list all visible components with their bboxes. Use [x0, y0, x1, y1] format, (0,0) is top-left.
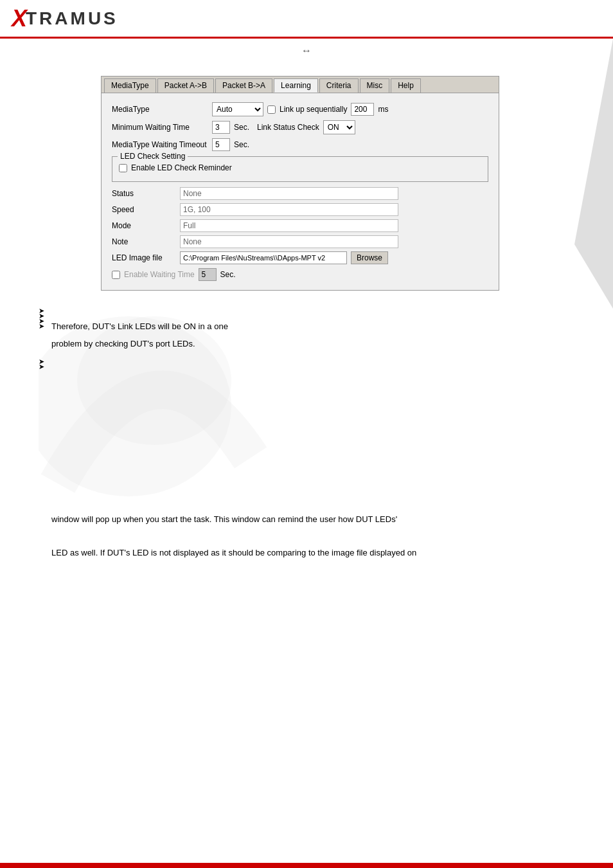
- mediatype-label: MediaType: [112, 105, 208, 114]
- tab-mediatype[interactable]: MediaType: [104, 78, 156, 93]
- window-popup-text: window will pop up when you start the ta…: [39, 509, 562, 530]
- tab-packet-ba[interactable]: Packet B->A: [215, 78, 272, 93]
- watermark-area: Therefore, DUT's Link LEDs will be ON in…: [39, 303, 562, 509]
- led-image-input[interactable]: [180, 251, 347, 264]
- note-label: Note: [112, 237, 176, 246]
- enable-led-checkbox[interactable]: [119, 164, 127, 172]
- tab-learning[interactable]: Learning: [274, 78, 318, 93]
- enable-waiting-unit: Sec.: [220, 270, 236, 279]
- min-wait-label: Minimum Waiting Time: [112, 123, 208, 132]
- bullet-item-2: [39, 309, 562, 314]
- bullet-list-2: [39, 354, 562, 365]
- bullet-item-6: [39, 359, 562, 365]
- bullet-item-4: Therefore, DUT's Link LEDs will be ON in…: [39, 319, 562, 334]
- bullet-item-3: [39, 314, 562, 319]
- logo-tramus: TRAMUS: [26, 8, 118, 29]
- dialog-body: MediaType Auto Link up sequentially ms M…: [102, 93, 499, 290]
- led-group-title: LED Check Setting: [118, 152, 188, 161]
- link-up-ms-unit: ms: [378, 105, 388, 114]
- enable-waiting-checkbox[interactable]: [112, 271, 120, 279]
- min-wait-unit: Sec.: [234, 123, 249, 132]
- tab-packet-ab[interactable]: Packet A->B: [157, 78, 214, 93]
- speed-value: 1G, 100: [180, 203, 398, 216]
- tab-criteria[interactable]: Criteria: [319, 78, 359, 93]
- bottom-bar: [0, 863, 613, 868]
- enable-led-row: Enable LED Check Reminder: [119, 163, 481, 172]
- header: X TRAMUS: [0, 0, 613, 39]
- mediatype-timeout-label: MediaType Waiting Timeout: [112, 140, 208, 149]
- tab-help[interactable]: Help: [391, 78, 421, 93]
- bullet-list: Therefore, DUT's Link LEDs will be ON in…: [39, 303, 562, 334]
- tab-misc[interactable]: Misc: [360, 78, 390, 93]
- enable-waiting-input[interactable]: [199, 268, 217, 281]
- therefore-text: Therefore, DUT's Link LEDs will be ON in…: [51, 321, 228, 331]
- enable-waiting-row: Enable Waiting Time Sec.: [112, 268, 488, 281]
- mode-value: Full: [180, 219, 398, 232]
- bullet-item-1: [39, 303, 562, 309]
- min-wait-row: Minimum Waiting Time Sec. Link Status Ch…: [112, 120, 488, 134]
- link-status-label: Link Status Check: [257, 123, 319, 132]
- link-up-label: Link up sequentially: [280, 105, 347, 114]
- note-row: Note None: [112, 235, 488, 248]
- mediatype-row: MediaType Auto Link up sequentially ms: [112, 102, 488, 116]
- led-group-box: LED Check Setting Enable LED Check Remin…: [112, 156, 488, 182]
- led-compare-text: LED as well. If DUT's LED is not display…: [39, 543, 562, 563]
- mediatype-timeout-unit: Sec.: [234, 140, 249, 149]
- dialog-box: MediaType Packet A->B Packet B->A Learni…: [101, 76, 499, 291]
- status-row: Status None: [112, 187, 488, 200]
- mediatype-select[interactable]: Auto: [212, 102, 263, 116]
- min-wait-input[interactable]: [212, 121, 230, 134]
- enable-led-label: Enable LED Check Reminder: [131, 163, 232, 172]
- mode-row: Mode Full: [112, 219, 488, 232]
- link-status-select[interactable]: ON: [323, 120, 355, 134]
- browse-button[interactable]: Browse: [351, 251, 388, 264]
- tab-bar: MediaType Packet A->B Packet B->A Learni…: [102, 77, 499, 93]
- mode-label: Mode: [112, 221, 176, 230]
- led-image-row: LED Image file Browse: [112, 251, 488, 264]
- spacer: [39, 530, 562, 543]
- arrow-symbol: ↔: [301, 45, 312, 56]
- link-up-checkbox[interactable]: [267, 105, 276, 114]
- led-image-label: LED Image file: [112, 253, 176, 262]
- bullet-item-5: [39, 354, 562, 359]
- enable-waiting-label: Enable Waiting Time: [124, 270, 195, 279]
- arrow-area: ↔: [0, 39, 613, 63]
- link-up-ms-input[interactable]: [351, 103, 374, 116]
- note-value: None: [180, 235, 398, 248]
- speed-label: Speed: [112, 205, 176, 214]
- mediatype-timeout-row: MediaType Waiting Timeout Sec.: [112, 138, 488, 151]
- speed-row: Speed 1G, 100: [112, 203, 488, 216]
- content-area: MediaType Packet A->B Packet B->A Learni…: [0, 63, 613, 575]
- status-label: Status: [112, 189, 176, 198]
- mediatype-timeout-input[interactable]: [212, 138, 230, 151]
- problem-text: problem by checking DUT's port LEDs.: [39, 334, 562, 354]
- logo-x: X: [12, 5, 26, 32]
- status-value: None: [180, 187, 398, 200]
